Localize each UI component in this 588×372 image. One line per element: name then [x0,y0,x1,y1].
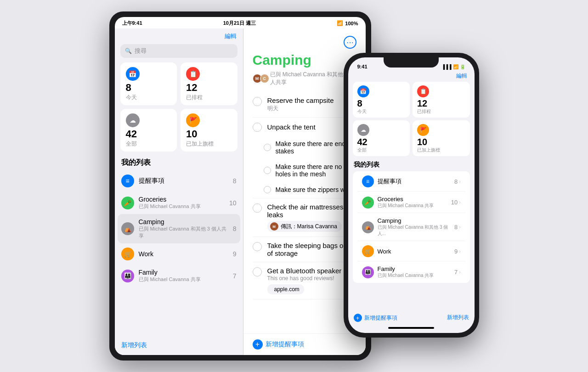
task-checkbox[interactable] [253,203,262,213]
iphone-scheduled-label: 已排程 [417,108,465,115]
iphone-wifi-icon: 📶 [453,64,458,69]
task-title: Unpack the tent [267,123,356,131]
task-checkbox[interactable] [253,123,262,132]
iphone-list-work[interactable]: 🛒 Work 9 › [357,242,465,261]
more-button[interactable]: ⋯ [344,36,356,49]
task-title: Take the sleeping bags out of storage [267,242,356,257]
iphone-family-right: 7 › [454,269,461,276]
family-count: 7 [233,272,237,280]
list-item-camping[interactable]: ⛺ Camping 已與 Michael Cavanna 和其他 3 個人共享 … [118,214,240,243]
all-label: 全部 [126,140,172,148]
sidebar-header: 編輯 [115,28,243,42]
task-checkbox[interactable] [253,97,262,106]
iphone-list-camping[interactable]: ⛺ Camping 已與 Michael Cavanna 和其他 3 個人...… [357,214,465,241]
smart-list-scheduled[interactable]: 📋 12 已排程 [181,62,237,105]
iphone-today-count: 8 [357,99,406,108]
iphone-device: 9:41 ▐▐▐ 📶 🔋 編輯 📅 8 今天 📋 12 已排程 ☁ [344,53,479,338]
task-row: Reserve the campsite 明天 [253,92,356,118]
chevron-right-icon: › [459,270,460,275]
flagged-count: 10 [186,129,232,139]
iphone-family-count: 7 [454,269,458,276]
avatar-2: C [260,74,269,83]
iphone-list-groceries[interactable]: 🥕 Groceries 已與 Michael Cavanna 共享 10 › [357,192,465,213]
camping-icon: ⛺ [121,222,134,235]
flagged-label: 已加上旗標 [186,140,232,148]
smart-lists: 📅 8 今天 📋 12 已排程 ☁ 42 全部 [115,62,243,156]
main-footer: + 新增提醒事項 [243,333,366,355]
scheduled-icon: 📋 [186,67,200,81]
reminders-count: 8 [233,177,237,185]
main-header: ⋯ [243,28,366,52]
iphone-smart-flagged[interactable]: 🚩 10 已加上旗標 [413,120,470,156]
ipad-time: 上午9:41 [122,20,142,27]
iphone-battery-icon: 🔋 [460,64,465,69]
iphone-list-family[interactable]: 👨‍👩‍👧 Family 已與 Michael Cavanna 共享 7 › [357,262,465,282]
new-list-button[interactable]: 新增列表 [121,341,147,349]
iphone-flagged-count: 10 [417,137,465,147]
home-indicator [388,327,434,329]
iphone-flagged-label: 已加上旗標 [417,147,465,153]
task-checkbox[interactable] [253,242,262,251]
subtask-checkbox[interactable] [264,167,271,174]
ipad-status-bar: 上午9:41 10月21日 週三 📶 100% [115,17,366,28]
task-row: Unpack the tent Make sure there are enou… [253,118,356,198]
work-count: 9 [233,250,237,258]
all-icon: ☁ [126,113,140,127]
today-icon: 📅 [126,67,140,81]
edit-button[interactable]: 編輯 [225,32,237,40]
iphone-smart-scheduled[interactable]: 📋 12 已排程 [413,82,470,118]
add-reminder-button[interactable]: + 新增提醒事項 [253,339,304,349]
smart-list-flagged[interactable]: 🚩 10 已加上旗標 [181,109,237,152]
iphone-groceries-icon: 🥕 [362,197,374,209]
iphone-work-icon: 🛒 [362,245,374,257]
task-title: Check the air mattresses for leaks [267,203,356,219]
iphone-footer: + 新增提醒事項 新增列表 [348,310,475,325]
task-sub: This one has good reviews! [267,275,356,282]
iphone-today-label: 今天 [357,108,406,115]
link-chip[interactable]: apple.com [267,284,304,294]
task-content: Reserve the campsite 明天 [267,96,356,113]
iphone-list-reminders[interactable]: ≡ 提醒事項 8 › [357,172,465,192]
task-checkbox[interactable] [253,267,262,276]
iphone-camping-name: Camping [378,217,451,224]
camping-info: Camping 已與 Michael Cavanna 和其他 3 個人共享 [139,218,228,239]
iphone-add-circle-icon: + [354,314,362,322]
list-item-groceries[interactable]: 🥕 Groceries 已與 Michael Cavanna 共享 10 [115,192,243,214]
family-icon: 👨‍👩‍👧 [121,270,134,282]
ipad-device: 上午9:41 10月21日 週三 📶 100% 編輯 🔍 搜尋 📅 [109,11,371,361]
smart-list-all[interactable]: ☁ 42 全部 [120,109,177,152]
search-bar[interactable]: 🔍 搜尋 [120,44,237,58]
wifi-icon: 📶 [337,20,343,26]
iphone-smart-all[interactable]: ☁ 42 全部 [353,120,410,156]
list-item-family[interactable]: 👨‍👩‍👧 Family 已與 Michael Cavanna 共享 7 [115,265,243,287]
task-row: Check the air mattresses for leaks M 傳訊：… [253,198,356,237]
work-name: Work [139,250,228,258]
iphone-new-list-button[interactable]: 新增列表 [447,314,469,322]
list-item-work[interactable]: 🛒 Work 9 [115,243,243,265]
iphone-smart-today[interactable]: 📅 8 今天 [353,82,410,118]
sidebar-footer: 新增列表 [115,336,243,351]
iphone-add-reminder-button[interactable]: + 新增提醒事項 [354,314,397,322]
task-child: Make sure there are no holes in the mesh [253,160,356,178]
flagged-icon: 🚩 [186,113,200,127]
mention-chip[interactable]: M 傳訊：Marisa Cavanna [267,221,342,232]
smart-list-today[interactable]: 📅 8 今天 [120,62,177,105]
iphone-scheduled-count: 12 [417,99,465,108]
iphone-groceries-info: Groceries 已與 Michael Cavanna 共享 [378,196,447,209]
task-content: Check the air mattresses for leaks M 傳訊：… [267,203,356,232]
ipad-status-right: 📶 100% [337,20,358,26]
ipad-date: 10月21日 週三 [223,20,256,27]
iphone-edit-button[interactable]: 編輯 [456,72,467,80]
iphone-work-info: Work [378,248,451,255]
my-lists-title: 我的列表 [115,156,243,170]
iphone-reminders-info: 提醒事項 [378,177,451,186]
list-item-reminders[interactable]: ≡ 提醒事項 8 [115,170,243,192]
subtask-checkbox[interactable] [264,186,271,193]
iphone-work-name: Work [378,248,451,255]
subtask-checkbox[interactable] [264,144,271,151]
task-child: Make sure there are enough stakes [253,137,356,155]
iphone-reminders-count: 8 [454,178,458,185]
iphone-family-sub: 已與 Michael Cavanna 共享 [378,272,451,279]
iphone-all-count: 42 [357,137,406,147]
iphone-groceries-sub: 已與 Michael Cavanna 共享 [378,203,447,209]
